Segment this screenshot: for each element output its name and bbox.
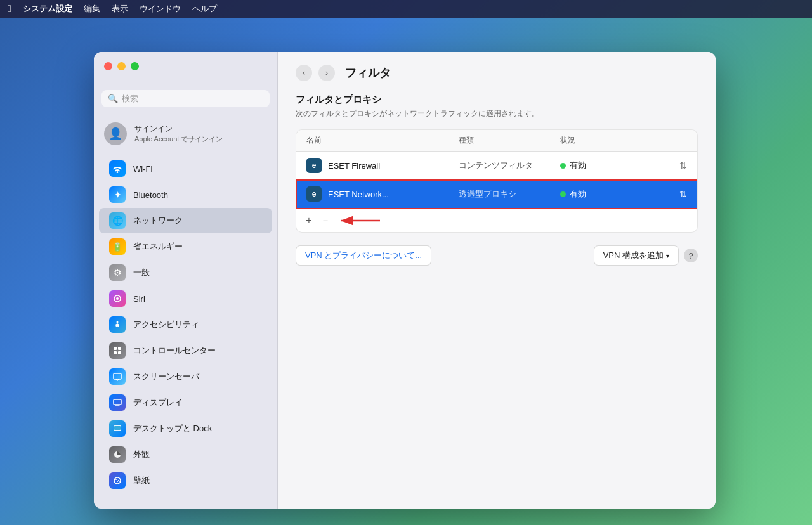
screensaver-icon (109, 368, 126, 385)
search-icon: 🔍 (108, 94, 118, 103)
user-section[interactable]: 👤 サインイン Apple Account でサインイン (94, 117, 277, 155)
user-sub: Apple Account でサインイン (134, 134, 223, 144)
section-desc: 次のフィルタとプロキシがネットワークトラフィックに適用されます。 (296, 108, 698, 119)
svg-rect-7 (114, 373, 121, 379)
sidebar-item-desktop[interactable]: デスクトップと Dock (99, 416, 272, 441)
table-header: 名前 種類 状況 (296, 130, 697, 152)
sidebar-item-label-desktop: デスクトップと Dock (133, 423, 212, 434)
row-status-cell-2: 有効 (560, 188, 662, 200)
sidebar-item-siri[interactable]: Siri (99, 286, 272, 311)
remove-filter-button[interactable]: － (318, 213, 333, 228)
eset-icon: e (306, 158, 322, 173)
svg-rect-3 (114, 347, 117, 350)
sidebar-item-label-energy: 省エネルギー (133, 241, 183, 252)
traffic-lights (104, 62, 139, 70)
svg-point-1 (116, 297, 119, 300)
accessibility-icon (109, 316, 126, 333)
svg-rect-10 (114, 426, 121, 430)
menubar:  システム設定 編集 表示 ウインドウ ヘルプ (0, 0, 812, 18)
desktop-icon (109, 420, 126, 437)
section-title: フィルタとプロキシ (296, 94, 698, 106)
help-button[interactable]: ? (684, 249, 698, 262)
sidebar-item-label-accessibility: アクセシビリティ (133, 319, 199, 330)
sidebar-item-display[interactable]: ディスプレイ (99, 390, 272, 415)
menu-system-settings[interactable]: システム設定 (23, 3, 72, 15)
search-input[interactable] (122, 94, 263, 103)
svg-rect-4 (118, 347, 121, 350)
maximize-button[interactable] (131, 62, 139, 70)
energy-icon: 🔋 (109, 238, 126, 255)
search-bar[interactable]: 🔍 (102, 90, 270, 107)
siri-icon (109, 290, 126, 307)
sidebar-item-wifi[interactable]: Wi-Fi (99, 156, 272, 181)
main-content: ‹ › フィルタ フィルタとプロキシ 次のフィルタとプロキシがネットワークトラフ… (278, 52, 716, 509)
svg-point-2 (117, 321, 119, 323)
sidebar-item-general[interactable]: ⚙ 一般 (99, 260, 272, 285)
row-type-cell-2: 透過型プロキシ (459, 188, 560, 200)
col-header-action (662, 135, 687, 146)
appearance-icon (109, 446, 126, 463)
avatar: 👤 (104, 122, 127, 145)
filter-table-container: 名前 種類 状況 e ESET Firewall コンテンツフィルタ 有効 (296, 129, 698, 233)
status-text-2: 有効 (570, 188, 586, 200)
apple-menu[interactable]:  (8, 3, 11, 15)
sidebar-item-accessibility[interactable]: アクセシビリティ (99, 312, 272, 337)
row-name-cell: e ESET Firewall (306, 158, 459, 173)
vpn-add-button[interactable]: VPN 構成を追加 ▾ (594, 245, 679, 266)
table-row[interactable]: e ESET Network... 透過型プロキシ 有効 ⇅ (296, 180, 697, 209)
row-arrows[interactable]: ⇅ (662, 160, 687, 171)
back-button[interactable]: ‹ (296, 65, 312, 81)
menu-view[interactable]: 表示 (112, 3, 128, 15)
sidebar-item-label-control: コントロールセンター (133, 345, 216, 356)
menu-window[interactable]: ウインドウ (140, 3, 181, 15)
display-icon (109, 394, 126, 411)
menu-help[interactable]: ヘルプ (192, 3, 217, 15)
toolbar: ‹ › フィルタ (296, 65, 698, 81)
status-text: 有効 (570, 160, 586, 171)
vpn-add-group: VPN 構成を追加 ▾ ? (594, 245, 698, 266)
sidebar-item-label-network: ネットワーク (133, 215, 183, 226)
bottom-actions: VPN とプライバシーについて... VPN 構成を追加 ▾ ? (296, 245, 698, 266)
row-name-cell: e ESET Network... (306, 186, 459, 202)
menu-edit[interactable]: 編集 (84, 3, 100, 15)
vpn-privacy-link[interactable]: VPN とプライバシーについて... (296, 245, 431, 266)
svg-rect-8 (114, 399, 121, 405)
wifi-icon (109, 160, 126, 177)
sidebar-item-bluetooth[interactable]: ✦ Bluetooth (99, 182, 272, 207)
wallpaper-icon (109, 472, 126, 489)
col-header-status: 状況 (560, 135, 662, 146)
minimize-button[interactable] (117, 62, 126, 70)
bluetooth-icon: ✦ (109, 186, 126, 203)
row-status-cell: 有効 (560, 160, 662, 171)
system-preferences-window: 🔍 👤 サインイン Apple Account でサインイン Wi-Fi ✦ (94, 52, 716, 509)
eset-icon-2: e (306, 186, 322, 202)
control-center-icon (109, 342, 126, 359)
add-filter-button[interactable]: + (301, 213, 317, 228)
close-button[interactable] (104, 62, 112, 70)
svg-point-12 (114, 477, 121, 484)
forward-button[interactable]: › (318, 65, 335, 81)
vpn-chevron-icon: ▾ (666, 252, 669, 259)
sidebar-item-control-center[interactable]: コントロールセンター (99, 338, 272, 363)
sidebar-item-wallpaper[interactable]: 壁紙 (99, 468, 272, 493)
row-arrows-2[interactable]: ⇅ (662, 189, 687, 199)
svg-rect-6 (118, 351, 121, 354)
svg-rect-5 (114, 351, 117, 354)
table-row[interactable]: e ESET Firewall コンテンツフィルタ 有効 ⇅ (296, 152, 697, 180)
sidebar-item-screensaver[interactable]: スクリーンセーバ (99, 364, 272, 389)
sidebar-item-label-screensaver: スクリーンセーバ (133, 371, 199, 382)
sidebar-item-energy[interactable]: 🔋 省エネルギー (99, 234, 272, 259)
sidebar-item-label-general: 一般 (133, 267, 150, 278)
sidebar-item-label-appearance: 外観 (133, 449, 150, 460)
network-icon: 🌐 (109, 212, 126, 229)
general-icon: ⚙ (109, 264, 126, 281)
page-title: フィルタ (345, 65, 391, 81)
sidebar-item-appearance[interactable]: 外観 (99, 442, 272, 467)
status-dot (560, 163, 566, 169)
user-name: サインイン (134, 124, 223, 134)
row-name-text: ESET Firewall (328, 161, 380, 171)
sidebar-item-label-display: ディスプレイ (133, 397, 183, 408)
red-arrow-annotation (336, 214, 386, 227)
sidebar-item-network[interactable]: 🌐 ネットワーク (99, 208, 272, 233)
table-footer: + － (296, 209, 697, 232)
